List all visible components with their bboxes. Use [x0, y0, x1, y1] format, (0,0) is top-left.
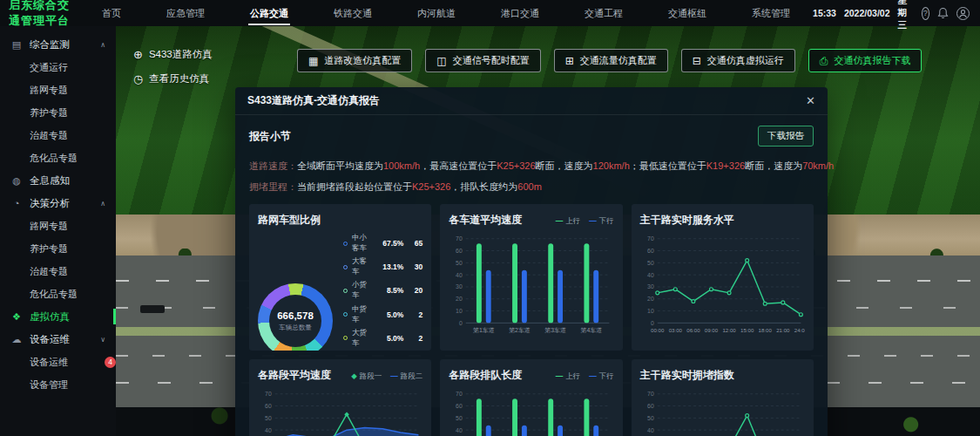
svg-text:24:00: 24:00 — [794, 327, 805, 333]
toolbar-button-交通信号配时配置[interactable]: ◫交通信号配时配置 — [425, 49, 540, 72]
sidebar-item-交通运行[interactable]: 交通运行 — [0, 56, 116, 78]
sidebar-item-label: 交通运行 — [30, 61, 116, 74]
svg-text:60: 60 — [456, 403, 463, 409]
svg-text:70: 70 — [647, 391, 654, 397]
bell-icon[interactable] — [937, 7, 949, 20]
svg-text:第2车道: 第2车道 — [510, 327, 531, 333]
legend-item-路段一: ◆路段一 — [351, 371, 382, 382]
toolbar-link-S433道路仿真[interactable]: ⊕S433道路仿真 — [133, 48, 213, 61]
toolbar-button-交通仿真报告下载[interactable]: ⎙交通仿真报告下载 — [808, 49, 923, 72]
toolbar-button-label: 道路改造仿真配置 — [324, 54, 401, 67]
svg-text:70: 70 — [456, 391, 463, 397]
sidebar-item-label: 路网专题 — [30, 84, 116, 97]
report-highlight-value: K19+326 — [706, 160, 745, 171]
vehicle-type-ratio-chart: 路网车型比例666,578车辆总数量中小客车67.5%65大客车13.1%30小… — [249, 204, 431, 351]
sidebar-item-label: 设备运维 — [30, 333, 100, 346]
globe-icon: ◍ — [10, 175, 23, 187]
legend-item-上行: —上行 — [556, 371, 581, 382]
sidebar-item-设备运维[interactable]: 设备运维4 — [0, 351, 116, 373]
svg-text:20: 20 — [647, 296, 654, 302]
help-icon[interactable]: ? — [922, 7, 929, 20]
cube-icon: ❖ — [10, 311, 23, 323]
sidebar-item-治超专题[interactable]: 治超专题 — [0, 260, 116, 283]
chart-title: 主干路实时服务水平 — [640, 213, 734, 228]
sidebar-item-决策分析[interactable]: ◔决策分析∧ — [0, 192, 116, 215]
modal-body: 报告小节 下载报告 道路速度：全域断面平均速度为100km/h，最高速位置位于K… — [235, 115, 828, 436]
svg-text:30: 30 — [647, 283, 654, 290]
report-line: 拥堵里程：当前拥堵路段起始位置位于K25+326，排队长度约为600m — [249, 176, 814, 197]
chart-title: 路网车型比例 — [258, 213, 321, 228]
sidebar-item-治超专题[interactable]: 治超专题 — [0, 124, 116, 146]
sidebar-item-养护专题[interactable]: 养护专题 — [0, 101, 116, 124]
cloud-icon: ☁ — [10, 334, 23, 345]
svg-text:12:00: 12:00 — [722, 327, 736, 333]
toolbar-link-查看历史仿真[interactable]: ◷查看历史仿真 — [133, 72, 213, 85]
toolbar-button-label: 交通仿真报告下载 — [834, 54, 910, 67]
toolbar-button-道路改造仿真配置[interactable]: ▦道路改造仿真配置 — [297, 49, 412, 72]
svg-text:第4车道: 第4车道 — [581, 327, 603, 333]
report-highlight-value: 70km/h — [802, 160, 834, 171]
svg-text:40: 40 — [456, 427, 463, 433]
user-icon[interactable] — [956, 7, 970, 20]
download-report-button[interactable]: 下载报告 — [758, 126, 814, 146]
nav-item-港口交通[interactable]: 港口交通 — [478, 0, 562, 26]
nav-item-内河航道[interactable]: 内河航道 — [395, 0, 478, 26]
svg-text:60: 60 — [456, 248, 463, 254]
svg-text:09:00: 09:00 — [704, 327, 718, 333]
modal-header: S433道路仿真-交通仿真报告 ✕ — [235, 87, 828, 115]
toolbar-button-label: 交通信号配时配置 — [453, 54, 530, 67]
svg-text:40: 40 — [647, 272, 654, 278]
nav-item-交通枢纽[interactable]: 交通枢纽 — [645, 0, 729, 26]
sidebar-item-label: 路网专题 — [30, 220, 116, 233]
sidebar-item-设备管理[interactable]: 设备管理 — [0, 373, 116, 396]
simulation-report-modal: S433道路仿真-交通仿真报告 ✕ 报告小节 下载报告 道路速度：全域断面平均速… — [235, 87, 828, 436]
sidebar-item-综合监测[interactable]: ▤综合监测∧ — [0, 33, 116, 56]
svg-text:60: 60 — [265, 403, 272, 409]
sidebar-item-设备运维[interactable]: ☁设备运维∨ — [0, 328, 116, 351]
chevron-down-icon: ∨ — [100, 336, 105, 344]
legend-item-下行: —下行 — [589, 216, 614, 227]
legend-item-路段二: —路段二 — [390, 371, 422, 382]
sidebar-item-危化品专题[interactable]: 危化品专题 — [0, 146, 116, 169]
toolbar-button-交通仿真虚拟运行[interactable]: ⊟交通仿真虚拟运行 — [681, 49, 795, 72]
plus-circle-icon: ⊕ — [133, 48, 143, 61]
chart-title: 各路段排队长度 — [449, 368, 522, 383]
sidebar-item-危化品专题[interactable]: 危化品专题 — [0, 283, 116, 305]
sidebar-item-路网专题[interactable]: 路网专题 — [0, 215, 116, 237]
pie-legend-row-大客车: 大客车13.1%30 — [343, 256, 422, 277]
svg-text:70: 70 — [647, 235, 654, 242]
top-bar: 启东综合交通管理平台 首页应急管理公路交通铁路交通内河航道港口交通交通工程交通枢… — [0, 0, 980, 26]
close-icon[interactable]: ✕ — [806, 94, 815, 107]
nav-item-应急管理[interactable]: 应急管理 — [144, 0, 227, 26]
sidebar-item-label: 全息感知 — [30, 174, 116, 187]
sidebar-item-虚拟仿真[interactable]: ❖虚拟仿真 — [0, 305, 116, 328]
history-icon: ◷ — [133, 72, 143, 85]
nav-item-铁路交通[interactable]: 铁路交通 — [311, 0, 395, 26]
svg-text:60: 60 — [647, 403, 654, 409]
toolbar-link-label: S433道路仿真 — [149, 48, 213, 61]
map-vehicle — [140, 305, 165, 313]
sidebar-item-路网专题[interactable]: 路网专题 — [0, 78, 116, 101]
main-area: ⊕S433道路仿真◷查看历史仿真 ▦道路改造仿真配置◫交通信号配时配置⊞交通流量… — [116, 26, 980, 436]
toolbar-link-label: 查看历史仿真 — [149, 72, 209, 85]
svg-text:30: 30 — [456, 283, 463, 290]
svg-text:50: 50 — [265, 415, 272, 421]
modal-title: S433道路仿真-交通仿真报告 — [247, 93, 380, 108]
toolbar-button-交通流量仿真配置[interactable]: ⊞交通流量仿真配置 — [554, 49, 668, 72]
pie-legend: 中小客车67.5%65大客车13.1%30小货车8.5%20中货车5.0%2大货… — [343, 233, 422, 351]
signal-timing-icon: ◫ — [436, 55, 446, 67]
sidebar-item-label: 养护专题 — [30, 242, 116, 255]
monitor-icon: ▤ — [10, 39, 23, 51]
sidebar-item-养护专题[interactable]: 养护专题 — [0, 237, 116, 260]
chart-legend: ◆路段一—路段二 — [351, 371, 422, 382]
nav-item-交通工程[interactable]: 交通工程 — [562, 0, 645, 26]
sidebar-item-label: 设备运维 — [30, 356, 99, 369]
traffic-flow-icon: ⊞ — [565, 55, 574, 67]
sidebar-item-全息感知[interactable]: ◍全息感知 — [0, 169, 116, 192]
nav-item-公路交通[interactable]: 公路交通 — [227, 0, 311, 26]
nav-item-首页[interactable]: 首页 — [79, 0, 144, 26]
nav-item-系统管理[interactable]: 系统管理 — [729, 0, 813, 26]
svg-text:10: 10 — [456, 308, 463, 314]
svg-text:第1车道: 第1车道 — [473, 327, 495, 333]
report-highlight-value: 100km/h — [383, 160, 420, 171]
